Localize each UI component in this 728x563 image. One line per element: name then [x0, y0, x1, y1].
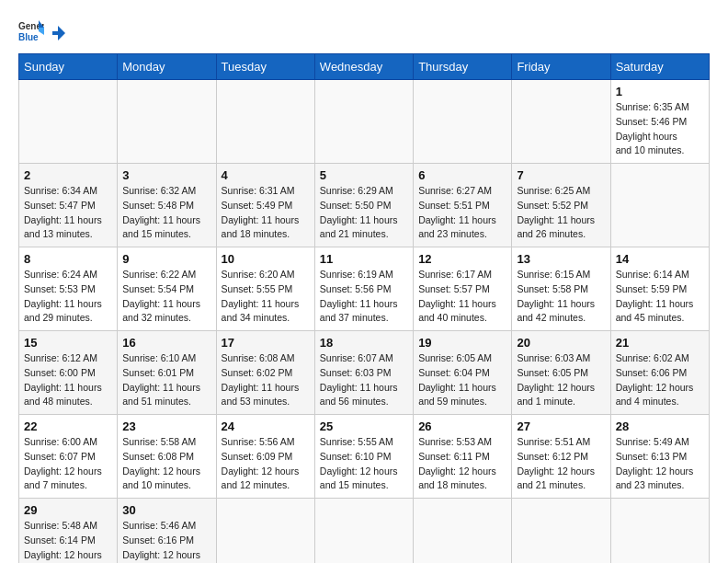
day-info: Sunrise: 6:34 AMSunset: 5:47 PMDaylight:… — [24, 185, 102, 239]
weekday-header: Friday — [512, 54, 610, 80]
calendar-table: SundayMondayTuesdayWednesdayThursdayFrid… — [18, 53, 710, 563]
svg-marker-4 — [52, 26, 65, 40]
day-cell: 3 Sunrise: 6:32 AMSunset: 5:48 PMDayligh… — [118, 164, 216, 247]
day-cell: 4 Sunrise: 6:31 AMSunset: 5:49 PMDayligh… — [216, 164, 314, 247]
day-info: Sunrise: 6:17 AMSunset: 5:57 PMDaylight:… — [418, 269, 496, 323]
empty-day-cell — [512, 80, 610, 164]
day-cell — [512, 499, 610, 564]
day-number: 29 — [24, 503, 112, 517]
day-info: Sunrise: 6:22 AMSunset: 5:54 PMDaylight:… — [122, 269, 200, 323]
weekday-header: Wednesday — [314, 54, 413, 80]
svg-marker-3 — [39, 28, 44, 35]
weekday-header: Tuesday — [216, 54, 314, 80]
day-number: 25 — [320, 419, 408, 433]
calendar-week-row: 2 Sunrise: 6:34 AMSunset: 5:47 PMDayligh… — [19, 164, 710, 247]
day-number: 13 — [517, 252, 605, 266]
day-cell: 14 Sunrise: 6:14 AMSunset: 5:59 PMDaylig… — [610, 247, 709, 331]
weekday-header: Monday — [118, 54, 216, 80]
day-info: Sunrise: 5:51 AMSunset: 6:12 PMDaylight:… — [517, 436, 595, 490]
day-cell: 6 Sunrise: 6:27 AMSunset: 5:51 PMDayligh… — [414, 164, 512, 247]
day-info: Sunrise: 6:31 AMSunset: 5:49 PMDaylight:… — [222, 185, 300, 239]
day-cell: 7 Sunrise: 6:25 AMSunset: 5:52 PMDayligh… — [512, 164, 610, 247]
day-number: 18 — [320, 336, 408, 350]
day-number: 11 — [320, 252, 408, 266]
weekday-header: Sunday — [19, 54, 118, 80]
day-info: Sunrise: 6:20 AMSunset: 5:55 PMDaylight:… — [222, 269, 300, 323]
day-cell: 22 Sunrise: 6:00 AMSunset: 6:07 PMDaylig… — [19, 415, 118, 499]
day-number: 27 — [517, 419, 605, 433]
day-cell: 23 Sunrise: 5:58 AMSunset: 6:08 PMDaylig… — [118, 415, 216, 499]
day-cell: 9 Sunrise: 6:22 AMSunset: 5:54 PMDayligh… — [118, 247, 216, 331]
day-info: Sunrise: 5:58 AMSunset: 6:08 PMDaylight:… — [122, 436, 200, 490]
day-cell: 24 Sunrise: 5:56 AMSunset: 6:09 PMDaylig… — [216, 415, 314, 499]
day-number: 8 — [24, 252, 112, 266]
day-cell: 28 Sunrise: 5:49 AMSunset: 6:13 PMDaylig… — [610, 415, 709, 499]
calendar-week-row: 15 Sunrise: 6:12 AMSunset: 6:00 PMDaylig… — [19, 331, 710, 415]
day-cell — [610, 164, 709, 247]
empty-day-cell — [314, 80, 413, 164]
day-info: Sunrise: 5:53 AMSunset: 6:11 PMDaylight:… — [418, 436, 496, 490]
day-info: Sunrise: 6:19 AMSunset: 5:56 PMDaylight:… — [320, 269, 398, 323]
day-number: 1 — [616, 85, 704, 98]
day-cell: 27 Sunrise: 5:51 AMSunset: 6:12 PMDaylig… — [512, 415, 610, 499]
svg-text:Blue: Blue — [18, 32, 39, 42]
day-cell: 2 Sunrise: 6:34 AMSunset: 5:47 PMDayligh… — [19, 164, 118, 247]
day-number: 19 — [418, 336, 506, 350]
day-number: 7 — [517, 168, 605, 182]
day-info: Sunrise: 5:46 AMSunset: 6:16 PMDaylight:… — [122, 520, 200, 563]
day-number: 9 — [122, 252, 210, 266]
day-cell: 12 Sunrise: 6:17 AMSunset: 5:57 PMDaylig… — [414, 247, 512, 331]
day-cell: 15 Sunrise: 6:12 AMSunset: 6:00 PMDaylig… — [19, 331, 118, 415]
day-number: 3 — [122, 168, 210, 182]
day-info: Sunrise: 6:27 AMSunset: 5:51 PMDaylight:… — [418, 185, 496, 239]
day-cell: 16 Sunrise: 6:10 AMSunset: 6:01 PMDaylig… — [118, 331, 216, 415]
day-info: Sunrise: 6:10 AMSunset: 6:01 PMDaylight:… — [122, 352, 200, 407]
day-number: 28 — [616, 419, 704, 433]
day-info: Sunrise: 6:00 AMSunset: 6:07 PMDaylight:… — [24, 436, 102, 490]
calendar-header-row: SundayMondayTuesdayWednesdayThursdayFrid… — [19, 54, 710, 80]
day-info: Sunrise: 6:35 AMSunset: 5:46 PMDaylight … — [616, 101, 689, 155]
day-cell: 26 Sunrise: 5:53 AMSunset: 6:11 PMDaylig… — [414, 415, 512, 499]
day-info: Sunrise: 6:03 AMSunset: 6:05 PMDaylight:… — [517, 352, 595, 407]
empty-day-cell — [118, 80, 216, 164]
day-number: 4 — [222, 168, 310, 182]
day-cell: 19 Sunrise: 6:05 AMSunset: 6:04 PMDaylig… — [414, 331, 512, 415]
calendar-week-row: 1 Sunrise: 6:35 AMSunset: 5:46 PMDayligh… — [19, 80, 710, 164]
day-cell: 5 Sunrise: 6:29 AMSunset: 5:50 PMDayligh… — [314, 164, 413, 247]
day-number: 23 — [122, 419, 210, 433]
day-number: 15 — [24, 336, 112, 350]
day-number: 17 — [222, 336, 310, 350]
weekday-header: Thursday — [414, 54, 512, 80]
calendar-week-row: 29 Sunrise: 5:48 AMSunset: 6:14 PMDaylig… — [19, 499, 710, 564]
day-info: Sunrise: 6:05 AMSunset: 6:04 PMDaylight:… — [418, 352, 496, 407]
day-number: 24 — [222, 419, 310, 433]
day-number: 10 — [222, 252, 310, 266]
calendar-week-row: 22 Sunrise: 6:00 AMSunset: 6:07 PMDaylig… — [19, 415, 710, 499]
day-info: Sunrise: 6:24 AMSunset: 5:53 PMDaylight:… — [24, 269, 102, 323]
day-cell: 29 Sunrise: 5:48 AMSunset: 6:14 PMDaylig… — [19, 499, 118, 564]
day-info: Sunrise: 6:25 AMSunset: 5:52 PMDaylight:… — [517, 185, 595, 239]
day-info: Sunrise: 5:48 AMSunset: 6:14 PMDaylight:… — [24, 520, 102, 563]
day-cell: 21 Sunrise: 6:02 AMSunset: 6:06 PMDaylig… — [610, 331, 709, 415]
day-cell: 11 Sunrise: 6:19 AMSunset: 5:56 PMDaylig… — [314, 247, 413, 331]
day-number: 14 — [616, 252, 704, 266]
day-info: Sunrise: 5:56 AMSunset: 6:09 PMDaylight:… — [222, 436, 300, 490]
day-number: 16 — [122, 336, 210, 350]
day-cell: 1 Sunrise: 6:35 AMSunset: 5:46 PMDayligh… — [610, 80, 709, 164]
logo: General Blue — [18, 18, 68, 44]
weekday-header: Saturday — [610, 54, 709, 80]
day-info: Sunrise: 6:02 AMSunset: 6:06 PMDaylight:… — [616, 352, 694, 407]
empty-day-cell — [19, 80, 118, 164]
day-cell: 8 Sunrise: 6:24 AMSunset: 5:53 PMDayligh… — [19, 247, 118, 331]
day-number: 12 — [418, 252, 506, 266]
day-cell — [314, 499, 413, 564]
day-cell: 20 Sunrise: 6:03 AMSunset: 6:05 PMDaylig… — [512, 331, 610, 415]
logo-icon: General Blue — [18, 18, 44, 44]
day-cell — [414, 499, 512, 564]
day-info: Sunrise: 6:15 AMSunset: 5:58 PMDaylight:… — [517, 269, 595, 323]
empty-day-cell — [414, 80, 512, 164]
day-info: Sunrise: 6:12 AMSunset: 6:00 PMDaylight:… — [24, 352, 102, 407]
day-info: Sunrise: 6:07 AMSunset: 6:03 PMDaylight:… — [320, 352, 398, 407]
day-info: Sunrise: 6:32 AMSunset: 5:48 PMDaylight:… — [122, 185, 200, 239]
day-number: 26 — [418, 419, 506, 433]
